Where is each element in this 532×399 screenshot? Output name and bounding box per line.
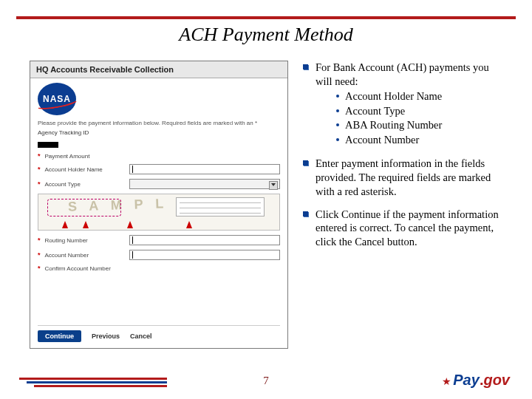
field-label: Account Holder Name [45,166,125,173]
dot-bullet-icon [336,123,339,126]
bullet-1: For Bank Account (ACH) payments you will… [303,61,502,148]
bullet-3: Click Continue if the payment informatio… [303,208,502,250]
square-bullet-icon [303,160,308,166]
dot-bullet-icon [336,109,339,112]
bullet-intro: For Bank Account (ACH) payments you will… [316,61,502,89]
field-account-type: * Account Type [38,179,280,189]
required-asterisk-icon: * [38,236,41,244]
select-input[interactable] [129,179,280,189]
text-input[interactable] [129,164,280,174]
field-confirm-account: * Confirm Account Number [38,265,280,272]
footer: 7 ★ Pay.gov [0,368,532,387]
form-instruction: Please provide the payment information b… [38,120,280,126]
text-input[interactable] [129,250,280,260]
square-bullet-icon [303,64,308,69]
button-row: Continue Previous Cancel [38,325,280,342]
logo-gov: gov [483,372,510,389]
field-routing: * Routing Number [38,235,280,245]
footer-stripes-icon [19,377,182,387]
header-divider [16,16,516,19]
sub-item: ABA Routing Number [345,118,442,132]
arrow-up-icon [62,221,68,228]
arrow-up-icon [127,221,133,228]
sub-item: Account Holder Name [345,89,442,103]
arrow-up-icon [186,221,192,228]
required-asterisk-icon: * [38,166,41,173]
bullet-2: Enter payment information in the fields … [303,157,502,199]
field-account-number: * Account Number [38,250,280,260]
dot-bullet-icon [336,138,339,141]
nasa-logo-icon [38,83,76,115]
slide-title: ACH Payment Method [0,24,532,46]
previous-button[interactable]: Previous [92,332,120,340]
required-asterisk-icon: * [38,180,41,188]
redacted-strip [38,142,58,148]
required-asterisk-icon: * [38,265,41,272]
text-input[interactable] [129,235,280,245]
explanation-column: For Bank Account (ACH) payments you will… [303,61,502,349]
field-account-holder: * Account Holder Name [38,164,280,174]
field-payment-amount: * Payment Amount [38,152,280,160]
sub-bullet-list: Account Holder Name Account Type ABA Rou… [316,89,502,147]
slide: ACH Payment Method HQ Accounts Receivabl… [0,0,532,399]
sub-item: Account Number [345,133,419,147]
arrow-up-icon [83,221,89,228]
bullet-text: Click Continue if the payment informatio… [316,208,502,250]
form-screenshot: HQ Accounts Receivable Collection Please… [30,61,288,349]
field-label: Routing Number [45,237,125,244]
tracking-id-label: Agency Tracking ID [38,129,280,136]
required-asterisk-icon: * [38,251,41,259]
panel-title: HQ Accounts Receivable Collection [30,61,287,78]
continue-button[interactable]: Continue [38,330,81,342]
sub-item: Account Type [345,104,405,118]
logo-row [38,83,280,115]
cancel-button[interactable]: Cancel [130,332,152,340]
sample-check-image: S A M P L E [38,194,280,231]
field-label: Account Type [45,181,125,188]
content-area: HQ Accounts Receivable Collection Please… [30,61,502,349]
panel-body: Please provide the payment information b… [30,78,287,281]
page-number: 7 [263,375,269,387]
field-label: Account Number [45,252,125,259]
star-icon: ★ [442,375,451,387]
required-asterisk-icon: * [38,152,41,160]
logo-pay: Pay [453,372,480,389]
field-label: Confirm Account Number [45,265,125,272]
chevron-down-icon [271,183,276,186]
paygov-logo: ★ Pay.gov [442,372,510,389]
square-bullet-icon [303,211,308,216]
dot-bullet-icon [336,95,339,98]
field-label: Payment Amount [45,153,125,160]
bullet-text: Enter payment information in the fields … [316,157,502,199]
